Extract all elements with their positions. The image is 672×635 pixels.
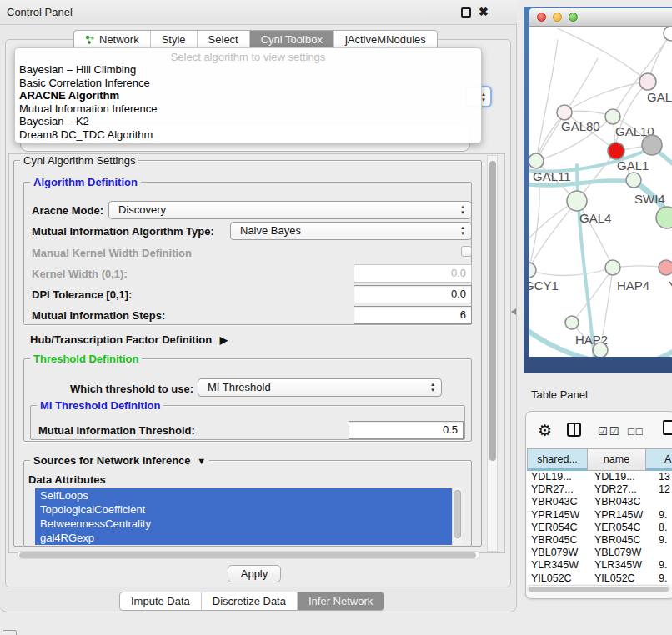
network-node-hap4[interactable]: [605, 260, 620, 275]
tab-network[interactable]: Network: [74, 31, 150, 48]
new-table-icon[interactable]: [663, 420, 672, 435]
gear-icon[interactable]: ⚙: [538, 421, 552, 440]
network-node-label: GCY1: [529, 278, 559, 292]
screen: Control Panel ✖ NetworkStyleSelectCyni T…: [0, 0, 672, 635]
algorithm-option[interactable]: Bayesian – Hill Climbing: [15, 63, 481, 77]
scrollbar-thumb[interactable]: [529, 587, 669, 592]
algorithm-option[interactable]: ARACNE Algorithm: [15, 89, 481, 102]
manual-kernel-checkbox[interactable]: [461, 246, 472, 257]
network-node-gal10[interactable]: [605, 109, 620, 124]
table-column-header[interactable]: shared...: [527, 448, 588, 471]
tab-label: Cyni Toolbox: [261, 33, 323, 46]
divider-collapse-arrow[interactable]: [511, 308, 516, 315]
attribute-list-item[interactable]: SelfLoops: [35, 488, 452, 502]
network-window-titlebar[interactable]: [529, 8, 672, 27]
table-row[interactable]: YIL052CYIL052C9.: [527, 572, 672, 585]
table-column-header[interactable]: name: [588, 448, 646, 471]
tab-discretize-data[interactable]: Discretize Data: [201, 592, 297, 610]
scrollbar-thumb[interactable]: [489, 161, 496, 461]
mi-type-combo[interactable]: Naive Bayes ▲▼: [230, 222, 472, 240]
attribute-list-item[interactable]: BetweennessCentrality: [35, 517, 452, 531]
network-node-swi4[interactable]: [626, 172, 641, 188]
table-row[interactable]: YBL079WYBL079W: [527, 547, 672, 559]
network-node-gal1[interactable]: [608, 142, 624, 159]
tab-impute-data[interactable]: Impute Data: [120, 592, 201, 610]
tab-style[interactable]: Style: [150, 31, 197, 48]
which-threshold-combo[interactable]: MI Threshold ▲▼: [198, 378, 442, 397]
algorithm-dropdown-items: Bayesian – Hill ClimbingBasic Correlatio…: [15, 63, 481, 142]
network-node-hap2[interactable]: [565, 316, 579, 329]
network-node-gal[interactable]: [639, 73, 656, 90]
aracne-mode-label: Aracne Mode:: [32, 204, 103, 217]
table-cell: YBR045C: [531, 534, 578, 547]
algorithm-option[interactable]: Mutual Information Inference: [15, 102, 481, 116]
split-columns-icon[interactable]: [567, 422, 581, 437]
aracne-mode-value: Discovery: [118, 203, 166, 216]
network-node[interactable]: [593, 342, 608, 357]
kernel-width-field[interactable]: 0.0: [354, 264, 472, 282]
network-node[interactable]: [656, 207, 672, 228]
table-row[interactable]: YER054CYER054C8.: [527, 522, 672, 534]
mi-steps-field[interactable]: 6: [354, 306, 472, 324]
which-threshold-value: MI Threshold: [208, 381, 271, 393]
aracne-mode-combo[interactable]: Discovery ▲▼: [108, 201, 472, 219]
network-node-gal80[interactable]: [557, 105, 572, 120]
tab-cyni-toolbox[interactable]: Cyni Toolbox: [249, 31, 333, 48]
algorithm-option[interactable]: Basic Correlation Inference: [15, 77, 481, 90]
network-graph[interactable]: GALGAL80GAL10GAL1GAL11SWI4GAL4GCY1HAP4YH…: [529, 27, 672, 357]
tab-label: Infer Network: [308, 595, 373, 608]
table-row[interactable]: YPR145WYPR145W9.: [527, 509, 672, 522]
network-node[interactable]: [642, 135, 662, 155]
scrollbar-thumb[interactable]: [454, 490, 461, 538]
mi-threshold-field[interactable]: 0.5: [349, 421, 464, 439]
minimize-traffic-light[interactable]: [553, 12, 562, 22]
mi-threshold-label: Mutual Information Threshold:: [38, 424, 195, 437]
close-traffic-light[interactable]: [537, 12, 546, 22]
close-icon[interactable]: ✖: [479, 5, 489, 18]
network-node-label: GAL4: [579, 211, 611, 225]
attribute-list-item[interactable]: TopologicalCoefficient: [35, 502, 452, 517]
algorithm-option[interactable]: Dream8 DC_TDC Algorithm: [15, 128, 481, 142]
table-row[interactable]: YBR043CYBR043C: [527, 496, 672, 508]
bottom-tab-bar: Impute DataDiscretize DataInfer Network: [119, 592, 384, 611]
mi-type-label: Mutual Information Algorithm Type:: [32, 225, 214, 238]
table-horizontal-scrollbar[interactable]: [527, 585, 670, 592]
network-canvas[interactable]: GALGAL80GAL10GAL1GAL11SWI4GAL4GCY1HAP4YH…: [529, 27, 672, 357]
deselect-all-icon[interactable]: □□: [628, 425, 644, 438]
attribute-list-scrollbar[interactable]: [452, 488, 462, 545]
table-cell: YDR27...: [594, 483, 637, 496]
partial-button[interactable]: [3, 630, 17, 635]
tab-select[interactable]: Select: [197, 31, 249, 48]
table-cell: YBR045C: [594, 534, 641, 547]
network-node-gal11[interactable]: [529, 153, 544, 168]
tab-jactivemnodules[interactable]: jActiveMNodules: [333, 31, 437, 48]
table-row[interactable]: YDL19...YDL19...13: [527, 471, 672, 483]
algorithm-option[interactable]: Bayesian – K2: [15, 115, 481, 128]
table-cell: 9.: [659, 572, 667, 585]
hub-section-label: Hub/Transcription Factor Definition: [30, 333, 212, 346]
table-row[interactable]: YBR045CYBR045C9.: [527, 534, 672, 547]
tab-infer-network[interactable]: Infer Network: [297, 592, 384, 610]
table-cell: YBL079W: [594, 547, 641, 559]
zoom-traffic-light[interactable]: [569, 12, 578, 22]
network-node-gcy1[interactable]: [529, 262, 536, 278]
attribute-list-item[interactable]: gal4RGexp: [35, 531, 452, 545]
settings-horizontal-scrollbar[interactable]: [17, 551, 480, 559]
table-cell: 8.: [659, 522, 667, 534]
dpi-tolerance-field[interactable]: 0.0: [354, 285, 472, 303]
apply-button[interactable]: Apply: [228, 565, 281, 582]
table-row[interactable]: YDR27...YDR27...12: [527, 483, 672, 496]
table-column-header[interactable]: A: [646, 448, 672, 471]
network-node-gal4[interactable]: [567, 191, 587, 211]
network-node-y[interactable]: [659, 260, 672, 275]
scrollbar-thumb[interactable]: [19, 552, 476, 558]
network-node[interactable]: [664, 27, 672, 41]
settings-vertical-scrollbar[interactable]: [487, 155, 498, 552]
expanded-arrow-icon: ▼: [197, 456, 206, 466]
hub-section-toggle[interactable]: Hub/Transcription Factor Definition ▶: [30, 333, 228, 346]
float-window-icon[interactable]: [461, 8, 471, 18]
table-cell: YBL079W: [531, 547, 578, 559]
table-row[interactable]: YLR345WYLR345W9.: [527, 559, 672, 572]
sources-toggle[interactable]: Sources for Network Inference ▼: [30, 454, 209, 467]
select-all-icon[interactable]: ☑☑: [598, 425, 620, 438]
